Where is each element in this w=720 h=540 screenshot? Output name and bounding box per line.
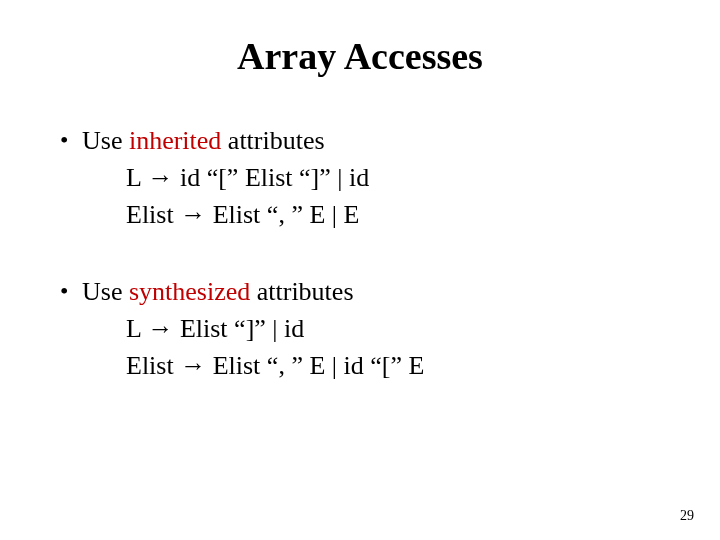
lead-keyword: inherited (129, 126, 221, 155)
page-number: 29 (680, 508, 694, 524)
bullet-item: • Use inherited attributes (60, 124, 660, 158)
lead-keyword: synthesized (129, 277, 250, 306)
bullet-item: • Use synthesized attributes (60, 275, 660, 309)
slide-title: Array Accesses (60, 34, 660, 78)
bullet-dot-icon: • (60, 124, 82, 156)
lead-pre: Use (82, 126, 129, 155)
bullet-list: • Use inherited attributes L → id “[” El… (60, 124, 660, 383)
bullet-text: Use inherited attributes (82, 124, 660, 158)
grammar-line: Elist → Elist “, ” E | id “[” E (126, 348, 660, 383)
bullet-dot-icon: • (60, 275, 82, 307)
lead-post: attributes (250, 277, 353, 306)
slide: Array Accesses • Use inherited attribute… (0, 0, 720, 540)
grammar-line: Elist → Elist “, ” E | E (126, 197, 660, 232)
grammar-line: L → id “[” Elist “]” | id (126, 160, 660, 195)
bullet-text: Use synthesized attributes (82, 275, 660, 309)
grammar-line: L → Elist “]” | id (126, 311, 660, 346)
lead-post: attributes (221, 126, 324, 155)
lead-pre: Use (82, 277, 129, 306)
